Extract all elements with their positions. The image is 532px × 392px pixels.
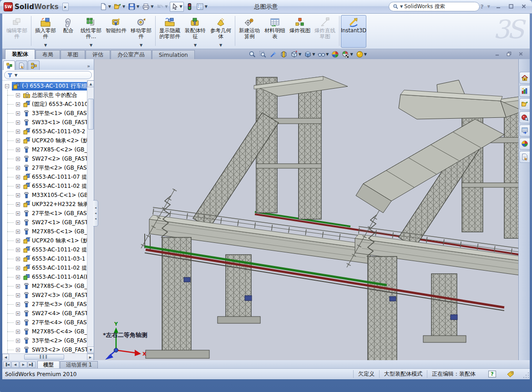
viewport-3d-model[interactable]: Y X Z *左右二等角轴测 <box>95 59 518 360</box>
tree-row[interactable]: +SW33<1> (GB_FASTI <box>2 118 87 127</box>
expander-expand-icon[interactable]: + <box>16 330 20 334</box>
document-tab-模型[interactable]: 模型 <box>37 361 60 368</box>
tree-row[interactable]: +M27X85-C<3> (GB_ <box>2 281 87 291</box>
tree-row[interactable]: +6553-AC-1011-07 提 <box>2 172 87 181</box>
dropdown-caret[interactable]: ▼ <box>326 52 329 56</box>
ribbon-button-reference-geometry[interactable]: 参考几何体 ▼ <box>208 15 233 48</box>
expander-expand-icon[interactable]: + <box>16 148 20 152</box>
expander-expand-icon[interactable]: + <box>16 221 20 225</box>
panel-splitter-handle[interactable]: ◂◂◂ <box>93 200 98 226</box>
expander-expand-icon[interactable]: + <box>16 211 20 216</box>
dropdown-caret[interactable]: ▼ <box>151 5 153 9</box>
next-tab-button[interactable]: ▶ <box>20 362 27 368</box>
menu-flyout-arrow[interactable]: ▸ <box>62 3 69 11</box>
tree-row[interactable]: +6553-AC-1011-02 提 <box>2 181 87 191</box>
document-tab-运动算例 1[interactable]: 运动算例 1 <box>60 361 98 368</box>
zoom-area-button[interactable] <box>258 50 267 59</box>
scroll-right-button[interactable]: ▶ <box>87 354 94 361</box>
expander-expand-icon[interactable]: + <box>16 130 20 134</box>
tree-row[interactable]: +UCPX20 轴承<1> (默 <box>2 236 87 245</box>
expander-collapse-icon[interactable]: − <box>5 84 9 88</box>
tree-row[interactable]: +M27X85-C<2> (GB_ <box>2 145 87 154</box>
resize-grip[interactable] <box>522 372 529 379</box>
tree-row[interactable]: +33平垫<1> (GB_FAST <box>2 109 87 118</box>
help-button[interactable]: ? <box>480 3 484 10</box>
tree-row[interactable]: +(固定) 6553-AC-1010 <box>2 100 87 109</box>
expander-expand-icon[interactable]: + <box>16 121 20 125</box>
ribbon-button-smart-fasteners[interactable]: 智能扣件 <box>104 15 128 48</box>
expander-expand-icon[interactable]: + <box>16 321 20 325</box>
vertical-scroll-thumb[interactable] <box>88 99 94 130</box>
dropdown-caret[interactable]: ▼ <box>122 5 125 9</box>
dropdown-caret[interactable]: ▼ <box>108 5 111 9</box>
ribbon-button-motion-study[interactable]: 新建运动算例 <box>237 15 262 48</box>
expander-expand-icon[interactable]: + <box>16 202 20 206</box>
tab-configuration-manager[interactable] <box>28 60 40 70</box>
open-button[interactable]: ▼ <box>113 2 126 12</box>
dropdown-caret[interactable]: ▼ <box>44 43 47 47</box>
undo-button[interactable]: ▼ <box>155 2 168 12</box>
save-button[interactable]: ▼ <box>127 2 140 12</box>
dropdown-caret[interactable]: ▼ <box>180 5 182 9</box>
tree-row[interactable]: +SW27<1> (GB_FASTI <box>2 218 87 227</box>
section-view-button[interactable] <box>279 50 288 59</box>
view-palette-tab[interactable] <box>519 125 530 136</box>
close-button[interactable] <box>519 2 528 10</box>
expander-expand-icon[interactable]: + <box>16 239 20 243</box>
tree-row[interactable]: +27平垫<2> (GB_FAST <box>2 163 87 172</box>
doc-minimize-button[interactable] <box>493 50 501 57</box>
expander-expand-icon[interactable]: + <box>16 293 20 297</box>
command-tab-装配体[interactable]: 装配体 <box>5 49 35 59</box>
ribbon-button-linear-pattern[interactable]: 线性零部件… ▼ <box>78 15 104 48</box>
tree-vertical-scrollbar[interactable]: ▲ ▼ <box>87 80 94 353</box>
dropdown-caret[interactable]: ▼ <box>137 5 139 9</box>
prev-tab-button[interactable]: ◀ <box>11 362 19 368</box>
design-library-tab[interactable] <box>519 85 530 97</box>
scroll-down-button[interactable]: ▼ <box>87 347 94 353</box>
dropdown-caret[interactable]: ▼ <box>205 5 208 9</box>
search-scope-caret[interactable]: ▼ <box>400 5 403 9</box>
annotation-list-button[interactable]: ▼ <box>195 2 208 12</box>
tab-feature-tree[interactable] <box>3 60 15 70</box>
interference-lights-button[interactable] <box>185 2 194 12</box>
command-tab-布局[interactable]: 布局 <box>35 50 60 59</box>
ribbon-button-assembly-features[interactable]: 装配体特征 ▼ <box>182 15 208 48</box>
tree-row[interactable]: +M27X85-C<4> (GB_ <box>2 327 87 336</box>
tree-row[interactable]: −(-) 6553-AC-1001 行车组 <box>2 81 87 90</box>
tree-row[interactable]: +SW27<2> (GB_FASTI <box>2 154 87 163</box>
select-cursor-button[interactable]: ▼ <box>170 2 184 12</box>
first-tab-button[interactable]: ▐◀ <box>3 362 11 368</box>
tree-row[interactable]: +SW33<2> (GB_FASTI <box>2 345 87 353</box>
expander-expand-icon[interactable]: + <box>16 266 20 270</box>
expander-expand-icon[interactable]: + <box>16 184 20 188</box>
dropdown-caret[interactable]: ▼ <box>194 43 197 47</box>
ribbon-button-insert-component[interactable]: 插入零部件 ▼ <box>33 15 58 48</box>
expander-expand-icon[interactable]: + <box>16 157 20 161</box>
edit-appearance-button[interactable] <box>331 50 339 59</box>
tree-row[interactable]: +33平垫<2> (GB_FAST <box>2 336 87 345</box>
dropdown-caret[interactable]: ▼ <box>312 52 315 56</box>
doc-close-button[interactable] <box>517 50 524 57</box>
tree-row[interactable]: +M27X85-C<1> (GB_ <box>2 227 87 236</box>
tree-row[interactable]: +UCPX20 轴承<2> (默 <box>2 136 87 145</box>
tree-row[interactable]: +27平垫<1> (GB_FAST <box>2 209 87 218</box>
status-help-icon[interactable]: ? <box>488 371 496 377</box>
tree-row[interactable]: +6553-AC-1011-01A(E <box>2 272 87 281</box>
expander-expand-icon[interactable]: + <box>16 284 20 288</box>
expander-expand-icon[interactable]: + <box>16 93 20 97</box>
tree-row[interactable]: +27平垫<4> (GB_FAST <box>2 318 87 327</box>
ribbon-button-show-hidden[interactable]: 显示隐藏的零部件 <box>157 15 182 48</box>
expander-expand-icon[interactable]: + <box>16 230 20 234</box>
tree-filter-input[interactable]: ▼ <box>4 71 92 79</box>
ribbon-button-instant3d[interactable]: Instant3D <box>341 15 366 48</box>
doc-restore-button[interactable] <box>505 50 512 57</box>
tree-row[interactable]: +M33X105-C<1> (GB <box>2 191 87 200</box>
solidworks-search-tab[interactable] <box>519 111 530 123</box>
expander-expand-icon[interactable]: + <box>16 102 20 106</box>
expander-expand-icon[interactable]: + <box>16 302 20 307</box>
expander-expand-icon[interactable]: + <box>16 175 20 179</box>
view-settings-button[interactable]: ▼ <box>355 50 367 59</box>
ribbon-button-mate[interactable]: 配合 <box>58 15 78 48</box>
expander-expand-icon[interactable]: + <box>16 348 20 352</box>
dropdown-caret[interactable]: ▼ <box>140 43 142 47</box>
